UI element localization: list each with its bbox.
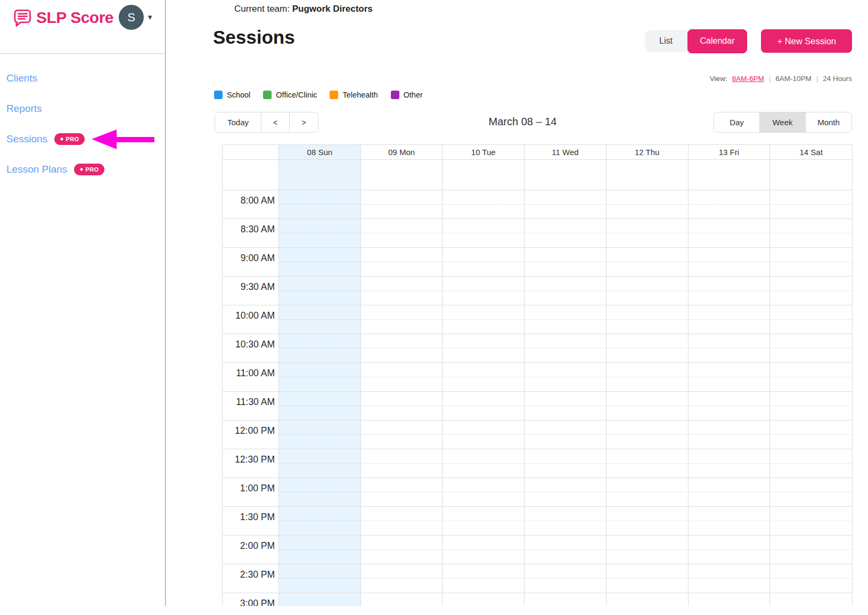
time-slot[interactable] [279, 420, 361, 449]
time-slot[interactable] [525, 334, 607, 363]
time-slot[interactable] [689, 190, 771, 219]
time-slot[interactable] [770, 363, 852, 392]
time-slot[interactable] [525, 449, 607, 478]
list-view-button[interactable]: List [645, 36, 687, 46]
time-slot[interactable] [770, 392, 852, 420]
time-slot[interactable] [525, 392, 607, 420]
time-slot[interactable] [361, 420, 443, 449]
time-slot[interactable] [279, 334, 361, 363]
time-slot[interactable] [689, 277, 771, 305]
time-slot[interactable] [770, 420, 852, 449]
time-slot[interactable] [689, 248, 771, 277]
time-slot[interactable] [361, 219, 443, 248]
sidebar-item-reports[interactable]: Reports [6, 93, 159, 124]
time-slot[interactable] [607, 449, 689, 478]
all-day-cell[interactable] [525, 160, 607, 190]
time-slot[interactable] [361, 536, 443, 564]
time-slot[interactable] [607, 219, 689, 248]
time-slot[interactable] [279, 478, 361, 507]
time-slot[interactable] [607, 478, 689, 507]
time-slot[interactable] [279, 219, 361, 248]
time-slot[interactable] [770, 248, 852, 277]
time-slot[interactable] [361, 564, 443, 593]
all-day-cell[interactable] [607, 160, 689, 190]
sidebar-item-clients[interactable]: Clients [6, 63, 159, 93]
day-view-button[interactable]: Day [714, 112, 760, 132]
time-slot[interactable] [770, 190, 852, 219]
time-slot[interactable] [525, 248, 607, 277]
time-slot[interactable] [525, 478, 607, 507]
time-slot[interactable] [689, 564, 771, 593]
time-slot[interactable] [443, 507, 525, 536]
time-slot[interactable] [525, 219, 607, 248]
all-day-cell[interactable] [279, 160, 361, 190]
time-slot[interactable] [279, 593, 361, 606]
time-slot[interactable] [689, 536, 771, 564]
time-slot[interactable] [607, 248, 689, 277]
time-slot[interactable] [361, 593, 443, 606]
time-slot[interactable] [607, 593, 689, 606]
time-slot[interactable] [607, 564, 689, 593]
time-slot[interactable] [443, 190, 525, 219]
time-slot[interactable] [689, 478, 771, 507]
all-day-cell[interactable] [443, 160, 525, 190]
time-slot[interactable] [443, 219, 525, 248]
time-slot[interactable] [279, 536, 361, 564]
time-slot[interactable] [525, 507, 607, 536]
sidebar-item-lesson-plans[interactable]: Lesson Plans◆PRO [6, 154, 159, 184]
time-slot[interactable] [361, 248, 443, 277]
time-slot[interactable] [443, 248, 525, 277]
time-slot[interactable] [607, 363, 689, 392]
time-slot[interactable] [770, 277, 852, 305]
all-day-cell[interactable] [689, 160, 771, 190]
time-slot[interactable] [770, 564, 852, 593]
time-slot[interactable] [279, 248, 361, 277]
time-slot[interactable] [279, 564, 361, 593]
time-slot[interactable] [443, 363, 525, 392]
time-slot[interactable] [525, 420, 607, 449]
user-menu[interactable]: S ▼ [119, 5, 153, 30]
time-slot[interactable] [443, 593, 525, 606]
time-slot[interactable] [279, 190, 361, 219]
time-slot[interactable] [525, 277, 607, 305]
time-slot[interactable] [443, 449, 525, 478]
time-slot[interactable] [689, 334, 771, 363]
time-slot[interactable] [361, 363, 443, 392]
time-slot[interactable] [361, 507, 443, 536]
calendar-view-button[interactable]: Calendar [687, 29, 748, 53]
time-slot[interactable] [607, 305, 689, 334]
time-slot[interactable] [770, 334, 852, 363]
time-slot[interactable] [279, 305, 361, 334]
time-slot[interactable] [443, 420, 525, 449]
time-slot[interactable] [607, 334, 689, 363]
time-slot[interactable] [689, 363, 771, 392]
time-slot[interactable] [279, 392, 361, 420]
time-slot[interactable] [689, 305, 771, 334]
brand-logo[interactable]: SLP Score [12, 7, 113, 28]
time-slot[interactable] [443, 334, 525, 363]
time-slot[interactable] [279, 449, 361, 478]
time-slot[interactable] [279, 507, 361, 536]
time-slot[interactable] [443, 564, 525, 593]
time-slot[interactable] [689, 507, 771, 536]
month-view-button[interactable]: Month [806, 112, 851, 132]
time-slot[interactable] [689, 593, 771, 606]
time-slot[interactable] [525, 536, 607, 564]
time-slot[interactable] [361, 190, 443, 219]
time-slot[interactable] [525, 305, 607, 334]
time-slot[interactable] [525, 593, 607, 606]
time-slot[interactable] [607, 420, 689, 449]
new-session-button[interactable]: + New Session [761, 29, 852, 53]
time-slot[interactable] [525, 564, 607, 593]
view-option-24-hours[interactable]: 24 Hours [823, 75, 852, 83]
time-slot[interactable] [361, 449, 443, 478]
time-slot[interactable] [607, 392, 689, 420]
time-slot[interactable] [525, 190, 607, 219]
time-slot[interactable] [770, 219, 852, 248]
view-option-6am-10pm[interactable]: 6AM-10PM [775, 75, 812, 83]
time-slot[interactable] [689, 219, 771, 248]
time-slot[interactable] [689, 420, 771, 449]
time-slot[interactable] [525, 363, 607, 392]
time-slot[interactable] [443, 305, 525, 334]
time-slot[interactable] [361, 305, 443, 334]
